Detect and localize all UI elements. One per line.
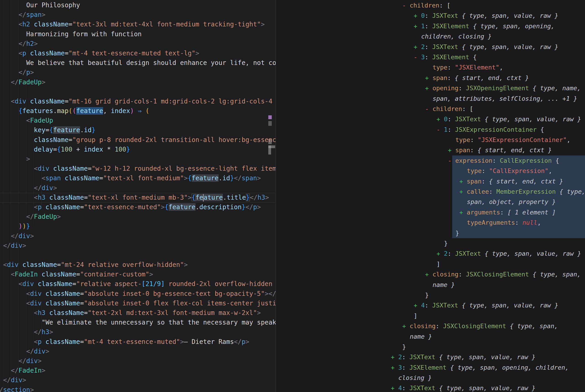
expand-toggle-icon[interactable]: + [414,302,421,309]
code-line[interactable]: </div> [0,356,276,366]
ast-row[interactable]: name } [276,332,585,342]
expand-toggle-icon[interactable]: + [459,178,467,185]
ast-node-row[interactable]: + 0: JSXText { type, span, value, raw } [276,114,585,124]
code-line[interactable]: </div> [0,183,276,193]
code-line[interactable]: </div> [0,375,276,385]
expand-toggle-icon[interactable]: + [436,116,444,122]
code-line[interactable]: <p className="text-essence-muted">{featu… [0,202,276,212]
ast-row[interactable]: } [276,342,585,352]
code-line[interactable]: <span className="text-xl font-medium">{f… [0,174,276,183]
expand-toggle-icon[interactable]: + [425,74,433,81]
code-line[interactable]: <p className="mt-4 text-essence-muted te… [0,48,276,58]
ast-node-row[interactable]: + arguments: [ 1 element ] [276,207,585,218]
ast-row[interactable]: name } [276,280,585,290]
code-line[interactable]: </FadeIn> [0,366,276,375]
ast-row[interactable]: closing } [276,373,585,383]
ast-node-row[interactable]: + closing: JSXClosingElement { type, spa… [276,269,585,280]
code-line[interactable]: We believe that beautiful design should … [0,58,276,68]
code-line[interactable]: </h3> [0,327,276,337]
expand-toggle-icon[interactable]: + [425,84,433,92]
code-line[interactable]: {features.map((feature, index) ⇒ ( [0,106,276,116]
code-line[interactable]: "We eliminate the unnecessary so that th… [0,318,276,327]
ast-node-row[interactable]: + 0: JSXText { type, span, value, raw } [276,10,585,21]
ast-row[interactable]: span, attributes, selfClosing, ... +1 } [276,94,585,104]
code-line[interactable]: <div className="mt-24 relative overflow-… [0,260,276,270]
ast-node-row[interactable]: + span: { start, end, ctxt } [276,145,585,155]
code-editor-pane[interactable]: Our Philosophy</span><h2 className="text… [0,0,276,392]
ast-node-row[interactable]: - 3: JSXElement { [276,52,585,62]
ast-row[interactable]: type: "JSXElement", [276,62,585,72]
code-line[interactable]: </div> [0,241,276,250]
code-line[interactable]: <div className="mt-16 grid grid-cols-1 m… [0,97,276,106]
expand-toggle-icon[interactable]: + [414,12,421,19]
code-line[interactable]: </div> [0,231,276,241]
code-line[interactable]: <FadeIn className="container-custom"> [0,270,276,279]
ast-node-row[interactable]: + span: { start, end, ctxt } [276,176,585,186]
code-line[interactable]: <p className="mt-4 text-essence-muted">—… [0,337,276,347]
ast-tree-pane[interactable]: - children: [+ 0: JSXText { type, span, … [276,0,585,392]
ast-node-row[interactable]: + 2: JSXText { type, span, value, raw } [276,352,585,362]
expand-toggle-icon[interactable]: + [391,364,398,371]
ast-node-row[interactable]: + 2: JSXText { type, span, value, raw } [276,248,585,259]
code-line[interactable]: Harmonizing form with function [0,30,276,39]
code-line[interactable]: <h2 className="text-3xl md:text-4xl font… [0,20,276,29]
ast-row[interactable]: ] [276,259,585,269]
expand-toggle-icon[interactable]: + [402,322,410,330]
ast-row[interactable]: } [276,228,585,238]
expand-toggle-icon[interactable]: + [459,209,467,216]
collapse-toggle-icon[interactable]: - [402,2,410,9]
expand-toggle-icon[interactable]: + [414,43,421,50]
ast-node-row[interactable]: - expression: CallExpression { [276,156,585,166]
collapse-toggle-icon[interactable]: - [448,157,455,164]
code-line[interactable]: <div className="absolute inset-0 bg-esse… [0,289,276,298]
code-line[interactable]: <div className="w-12 h-12 rounded-xl bg-… [0,164,276,174]
code-line[interactable]: </span> [0,10,276,20]
ast-row[interactable]: } [276,290,585,300]
code-line[interactable]: </h2> [0,39,276,48]
ast-node-row[interactable]: + 3: JSXElement { type, span, opening, c… [276,362,585,373]
collapse-toggle-icon[interactable]: - [425,105,433,112]
code-line[interactable] [0,250,276,260]
ast-node-row[interactable]: - children: [ [276,0,585,10]
ast-row[interactable]: type: "CallExpression", [276,166,585,176]
code-line[interactable]: <FadeUp [0,116,276,125]
code-line[interactable]: <h3 className="text-2xl md:text-3xl font… [0,308,276,318]
ast-node-row[interactable]: + 4: JSXText { type, span, value, raw } [276,383,585,392]
collapse-toggle-icon[interactable]: - [436,126,444,133]
pane-resize-divider[interactable] [276,0,276,392]
ast-node-row[interactable]: + callee: MemberExpression { type, [276,186,585,197]
collapse-toggle-icon[interactable]: - [414,54,421,60]
code-line[interactable]: </section> [0,385,276,392]
ast-row[interactable]: children, closing } [276,31,585,42]
ast-node-row[interactable]: + span: { start, end, ctxt } [276,73,585,83]
ast-node-row[interactable]: + 4: JSXText { type, span, value, raw } [276,300,585,310]
expand-toggle-icon[interactable]: + [391,354,398,360]
code-line[interactable]: <div className="absolute inset-0 flex fl… [0,298,276,308]
code-line[interactable] [0,87,276,97]
ast-row[interactable]: typeArguments: null, [276,218,585,228]
code-line-current[interactable]: <h3 className="text-xl font-medium mb-3"… [0,193,276,202]
ast-node-row[interactable]: + 2: JSXText { type, span, value, raw } [276,42,585,52]
expand-toggle-icon[interactable]: + [448,146,455,154]
code-line[interactable]: className="group p-8 rounded-2xl transit… [0,135,276,145]
expand-toggle-icon[interactable]: + [436,250,444,257]
ast-node-row[interactable]: - children: [ [276,104,585,114]
ast-node-row[interactable]: - 1: JSXExpressionContainer { [276,124,585,135]
code-line[interactable]: </FadeUp> [0,78,276,87]
code-line[interactable]: delay={100 + index * 100} [0,145,276,154]
code-line[interactable]: <div className="relative aspect-[21/9] r… [0,279,276,289]
ast-node-row[interactable]: + closing: JSXClosingElement { type, spa… [276,321,585,331]
ast-row[interactable]: span, object, property } [276,197,585,207]
expand-toggle-icon[interactable]: + [425,271,433,278]
code-line[interactable]: > [0,154,276,164]
code-line[interactable]: </p> [0,68,276,77]
code-line[interactable]: Our Philosophy [0,0,276,10]
code-line[interactable]: </FadeUp> [0,212,276,222]
ast-row[interactable]: type: "JSXExpressionContainer", [276,135,585,145]
code-line[interactable]: ))} [0,222,276,231]
expand-toggle-icon[interactable]: + [391,384,398,392]
code-line[interactable]: key={feature.id} [0,125,276,135]
expand-toggle-icon[interactable]: + [459,188,467,195]
ast-row[interactable]: ] [276,311,585,321]
ast-row[interactable]: } [276,238,585,248]
